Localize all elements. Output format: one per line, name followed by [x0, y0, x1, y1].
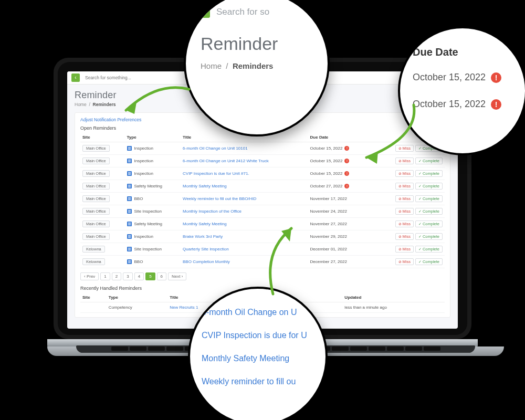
complete-button[interactable]: Complete — [415, 158, 443, 164]
complete-button[interactable]: Complete — [415, 258, 443, 265]
reminder-title-link[interactable]: CVIP Inspection is due for Unit #71. — [183, 171, 249, 176]
due-date-row: October 15, 2022 ! — [413, 72, 514, 83]
open-reminders-table: Site Type Title Due Date Main OfficeInsp… — [80, 133, 445, 268]
reminder-title-link[interactable]: Weekly reminder to fill ou — [202, 377, 316, 386]
due-date-text: December 01, 2022 — [310, 247, 347, 251]
type-text: BBO — [134, 259, 143, 264]
miss-button[interactable]: Miss — [395, 158, 414, 164]
page-button[interactable]: Next › — [168, 272, 186, 280]
type-text: Inspection — [134, 159, 153, 163]
due-date-text: November 17, 2022 — [310, 196, 347, 201]
breadcrumb-current: Reminders — [93, 102, 116, 107]
miss-button[interactable]: Miss — [395, 170, 414, 177]
page-button[interactable]: 6 — [157, 272, 166, 280]
page-button[interactable]: 4 — [134, 272, 144, 280]
due-date-text: November 27, 2022 — [310, 222, 347, 226]
reminder-title-link[interactable]: Monthly Safety Meeting — [183, 222, 227, 226]
page-button[interactable]: 5 — [145, 272, 155, 280]
site-chip[interactable]: Main Office — [82, 220, 110, 227]
table-row: Main OfficeInspection6-month Oil Change … — [80, 142, 445, 155]
table-row: Main OfficeSafety MeetingMonthly Safety … — [80, 218, 445, 230]
table-row: Main OfficeInspectionCVIP Inspection is … — [80, 167, 445, 180]
reminder-title-link[interactable]: Brake Work 3rd Party — [183, 234, 223, 239]
miss-button[interactable]: Miss — [395, 145, 414, 152]
due-date-text: October 15, 2022 — [310, 159, 343, 163]
table-row: Main OfficeSite InspectionMonthly Inspec… — [80, 205, 445, 218]
due-date-text: November 24, 2022 — [310, 209, 347, 214]
type-icon — [127, 247, 132, 251]
type-icon — [127, 196, 132, 201]
back-button[interactable]: ‹ — [71, 74, 80, 82]
type-text: Inspection — [134, 234, 153, 239]
reminder-title-link[interactable]: New Recruits 1 — [170, 305, 198, 310]
table-row: Main OfficeBBOWeekly reminder to fill ou… — [80, 193, 445, 205]
site-chip[interactable]: Main Office — [82, 233, 110, 240]
due-date-row: October 15, 2022 ! — [413, 99, 514, 110]
type-text: Inspection — [134, 146, 153, 151]
miss-button[interactable]: Miss — [395, 183, 414, 190]
alert-icon: ! — [491, 72, 501, 83]
breadcrumb-root[interactable]: Home — [75, 102, 87, 107]
complete-button[interactable]: Complete — [415, 220, 443, 227]
complete-button[interactable]: Complete — [415, 170, 443, 177]
pagination: ‹ Prev123456Next › — [80, 272, 445, 280]
page-button[interactable]: 3 — [123, 272, 132, 280]
reminder-title-link[interactable]: Monthly Safety Meeting — [202, 354, 316, 363]
zoom-due-date-circle: Due Date October 15, 2022 ! October 15, … — [398, 26, 525, 155]
miss-button[interactable]: Miss — [395, 258, 414, 265]
site-chip[interactable]: Main Office — [82, 208, 110, 215]
due-date-text: December 27, 2022 — [310, 259, 347, 264]
complete-button[interactable]: Complete — [415, 208, 443, 215]
reminder-title-link[interactable]: Monthly Inspection of the Office — [183, 209, 242, 214]
site-chip[interactable]: Kelowna — [82, 246, 105, 253]
site-chip[interactable]: Main Office — [82, 183, 110, 190]
site-chip[interactable]: Main Office — [82, 195, 110, 202]
reminder-title-link[interactable]: 6-month Oil Change on Unit 10101 — [183, 146, 248, 151]
miss-button[interactable]: Miss — [395, 220, 414, 227]
col-type: Type — [125, 133, 181, 142]
table-row: Main OfficeSafety MeetingMonthly Safety … — [80, 180, 445, 193]
reminder-title-link[interactable]: Monthly Safety Meeting — [183, 184, 227, 188]
reminder-title-link[interactable]: 6-month Oil Change on U — [202, 308, 316, 317]
miss-button[interactable]: Miss — [395, 208, 414, 215]
alert-icon: ! — [491, 99, 501, 110]
page-button[interactable]: 1 — [100, 272, 110, 280]
type-icon — [127, 146, 132, 151]
complete-button[interactable]: Complete — [415, 246, 443, 253]
type-text: Safety Meeting — [134, 222, 162, 226]
due-date-header: Due Date — [413, 46, 514, 58]
miss-button[interactable]: Miss — [395, 246, 414, 253]
table-row: Main OfficeInspection6-month Oil Change … — [80, 155, 445, 167]
complete-button[interactable]: Complete — [415, 183, 443, 190]
zoom-titles-circle: 6-month Oil Change on U CVIP Inspection … — [188, 287, 328, 420]
complete-button[interactable]: Complete — [415, 233, 443, 240]
back-button[interactable] — [196, 4, 210, 18]
reminder-title-link[interactable]: 6-month Oil Change on Unit 2412 White Tr… — [183, 159, 269, 163]
search-hint: Search for so — [216, 7, 269, 17]
col-updated: Updated — [342, 293, 445, 302]
type-icon — [127, 234, 132, 239]
reminder-title-link[interactable]: Weekly reminder to fill out the BBO/HID — [183, 196, 256, 201]
complete-button[interactable]: Complete — [415, 195, 443, 202]
col-type: Type — [107, 293, 167, 302]
page-button[interactable]: 2 — [112, 272, 121, 280]
table-row: KelownaSite InspectionQuarterly Site Ins… — [80, 243, 445, 256]
breadcrumb: Home / Reminders — [201, 61, 313, 70]
type-icon — [127, 159, 132, 163]
reminder-title-link[interactable]: BBO Completion Monthly — [183, 259, 230, 264]
due-date-text: October 27, 2022 — [310, 184, 343, 188]
type-text: Site Inspection — [134, 209, 162, 214]
site-chip[interactable]: Kelowna — [82, 258, 105, 265]
site-chip[interactable]: Main Office — [82, 170, 110, 177]
type-text: Site Inspection — [134, 247, 162, 251]
reminder-title-link[interactable]: CVIP Inspection is due for U — [202, 331, 316, 340]
reminder-title-link[interactable]: Quarterly Site Inspection — [183, 247, 229, 251]
miss-button[interactable]: Miss — [395, 233, 414, 240]
table-row: Main OfficeInspectionBrake Work 3rd Part… — [80, 230, 445, 243]
miss-button[interactable]: Miss — [395, 195, 414, 202]
type-text: Inspection — [134, 171, 153, 176]
site-chip[interactable]: Main Office — [82, 158, 110, 164]
site-chip[interactable]: Main Office — [82, 145, 110, 152]
page-button[interactable]: ‹ Prev — [80, 272, 99, 280]
due-date-text: November 29, 2022 — [310, 234, 347, 239]
